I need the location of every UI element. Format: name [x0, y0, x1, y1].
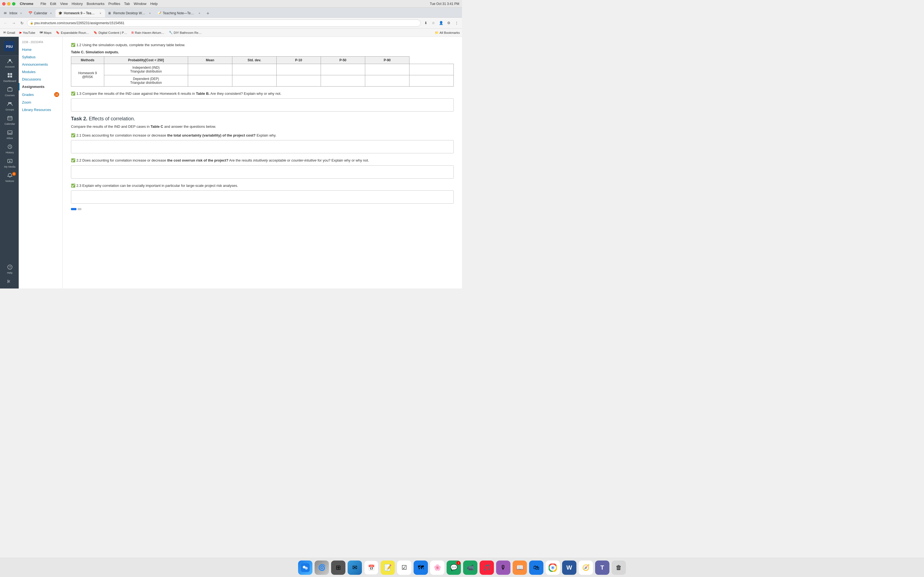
task2-title: Task 2. Effects of correlation. — [71, 116, 454, 122]
tab-close-remote[interactable]: × — [148, 11, 152, 15]
sidebar-item-account[interactable]: Account — [0, 55, 19, 70]
menu-tab[interactable]: Tab — [124, 2, 130, 6]
new-tab-button[interactable]: + — [204, 10, 212, 17]
diy-icon: 🔧 — [169, 31, 173, 34]
task2-bold: Task 2. — [71, 116, 87, 121]
section-2-1: ✅ 2.1 Does accounting for correlation in… — [71, 133, 454, 138]
menu-help[interactable]: Help — [150, 2, 158, 6]
nav-modules[interactable]: Modules — [19, 68, 62, 76]
sidebar-item-groups[interactable]: Groups — [0, 98, 19, 113]
menu-profiles[interactable]: Profiles — [108, 2, 120, 6]
answer-box-2-2[interactable] — [71, 165, 454, 179]
cell-dep-mean — [232, 75, 276, 86]
progress-gray — [78, 208, 81, 210]
svg-text:?: ? — [9, 266, 11, 269]
tab-close-homework9[interactable]: × — [99, 11, 102, 15]
svg-rect-7 — [8, 88, 12, 91]
th-probability: Probability[Cost < 250] — [104, 56, 188, 64]
nav-zoom[interactable]: Zoom — [19, 98, 62, 106]
check-2-2-icon: ✅ — [71, 158, 75, 163]
menu-bar: File Edit View History Bookmarks Profile… — [40, 2, 158, 6]
url-bar[interactable]: 🔒 psu.instructure.com/courses/2265231/as… — [27, 19, 421, 27]
menu-view[interactable]: View — [60, 2, 68, 6]
cell-ind-p10 — [321, 64, 365, 75]
sidebar-item-inbox[interactable]: Inbox — [0, 127, 19, 141]
bookmark-star-icon[interactable]: ☆ — [430, 20, 437, 26]
app-name: Chrome — [20, 2, 33, 6]
maximize-button[interactable] — [12, 2, 15, 5]
sidebar-item-history[interactable]: History — [0, 141, 19, 156]
back-button[interactable]: ← — [2, 20, 9, 26]
sidebar-item-help[interactable]: ? Help — [0, 261, 19, 276]
tab-close-calendar[interactable]: × — [49, 11, 53, 15]
bookmark-digital[interactable]: 🔖 Digital Content | P… — [92, 30, 128, 35]
sidebar-item-courses[interactable]: Courses — [0, 84, 19, 98]
nav-discussions[interactable]: Discussions — [19, 76, 62, 83]
menu-edit[interactable]: Edit — [50, 2, 56, 6]
sidebar-item-notices[interactable]: 8 Notices — [0, 170, 19, 184]
bookmark-expandable[interactable]: 🔖 Expandable Roun… — [55, 30, 90, 35]
groups-label: Groups — [5, 108, 14, 111]
cell-dep-p10 — [321, 75, 365, 86]
bookmark-rainhaven[interactable]: R Rain Haven Atrium… — [130, 31, 165, 35]
nav-announcements[interactable]: Announcements — [19, 61, 62, 68]
sidebar-item-dashboard[interactable]: Dashboard — [0, 70, 19, 84]
bookmark-youtube[interactable]: ▶ YouTube — [18, 30, 36, 35]
table-row-dep: Dependent (DEP)Triangular distribution — [71, 75, 454, 86]
nav-assignments[interactable]: Assignments — [19, 83, 62, 90]
nav-grades[interactable]: Grades 16 — [19, 90, 62, 98]
answer-box-1-3[interactable] — [71, 98, 454, 111]
extensions-icon[interactable]: ⚙ — [446, 20, 452, 26]
tab-homework9[interactable]: 🎓 Homework 9 – Team ✏ × — [55, 9, 105, 17]
refresh-button[interactable]: ↻ — [19, 20, 25, 26]
course-nav: 2238 - 202324FA Home Syllabus Announceme… — [19, 37, 63, 288]
menu-icon[interactable]: ⋮ — [453, 20, 460, 26]
cell-dep-stddev — [276, 75, 321, 86]
forward-button[interactable]: → — [10, 20, 17, 26]
tab-close-teaching[interactable]: × — [197, 11, 201, 15]
tab-favicon-inbox: ✉ — [4, 11, 8, 15]
tab-calendar[interactable]: 📅 Calendar × — [26, 9, 55, 17]
tab-close-inbox[interactable]: × — [19, 11, 23, 15]
th-stddev: Std. dev. — [232, 56, 276, 64]
sidebar-item-mymedia[interactable]: My Media — [0, 156, 19, 170]
nav-home[interactable]: Home — [19, 46, 62, 53]
menu-bookmarks[interactable]: Bookmarks — [87, 2, 105, 6]
rainhaven-icon: R — [131, 31, 134, 34]
tab-remote[interactable]: 🖥 Remote Desktop Web Client × — [105, 9, 155, 17]
tab-inbox[interactable]: ✉ Inbox × — [1, 9, 26, 17]
history-icon — [7, 144, 13, 150]
cell-dep-p50 — [365, 75, 409, 86]
menu-file[interactable]: File — [40, 2, 46, 6]
bookmark-gmail[interactable]: ✉ Gmail — [2, 30, 16, 35]
close-button[interactable] — [2, 2, 5, 5]
answer-box-2-3[interactable] — [71, 190, 454, 204]
answer-box-2-1[interactable] — [71, 140, 454, 153]
menu-history[interactable]: History — [71, 2, 82, 6]
bookmark-maps-label: Maps — [44, 31, 52, 34]
nav-library[interactable]: Library Resources — [19, 106, 62, 113]
nav-syllabus[interactable]: Syllabus — [19, 53, 62, 61]
minimize-button[interactable] — [7, 2, 10, 5]
notices-icon — [7, 172, 13, 179]
all-bookmarks[interactable]: 📁 All Bookmarks — [435, 31, 460, 35]
sidebar-collapse-button[interactable] — [0, 277, 19, 286]
tab-teaching[interactable]: 📝 Teaching Note—Teaching Pro… × — [155, 9, 204, 17]
page-content[interactable]: ✅ 1.2 Using the simulation outputs, comp… — [63, 37, 462, 288]
courses-label: Courses — [5, 94, 15, 97]
grades-badge: 16 — [54, 92, 59, 97]
bookmark-youtube-label: YouTube — [23, 31, 35, 34]
notices-label: Notices — [5, 179, 14, 182]
menu-window[interactable]: Window — [134, 2, 146, 6]
dashboard-icon — [7, 73, 13, 79]
sidebar-item-calendar[interactable]: Calendar — [0, 113, 19, 127]
bookmark-diy[interactable]: 🔧 DIY Bathroom Re… — [168, 30, 203, 35]
bookmark-maps[interactable]: 🗺 Maps — [39, 31, 53, 35]
check-1-2-icon: ✅ — [71, 43, 75, 47]
sidebar-bottom: ? Help — [0, 261, 19, 288]
download-icon[interactable]: ⬇ — [422, 20, 429, 26]
profile-icon[interactable]: 👤 — [438, 20, 444, 26]
cell-ind-prob — [188, 64, 232, 75]
svg-point-8 — [8, 102, 10, 104]
tab-title-calendar: Calendar — [34, 11, 47, 15]
